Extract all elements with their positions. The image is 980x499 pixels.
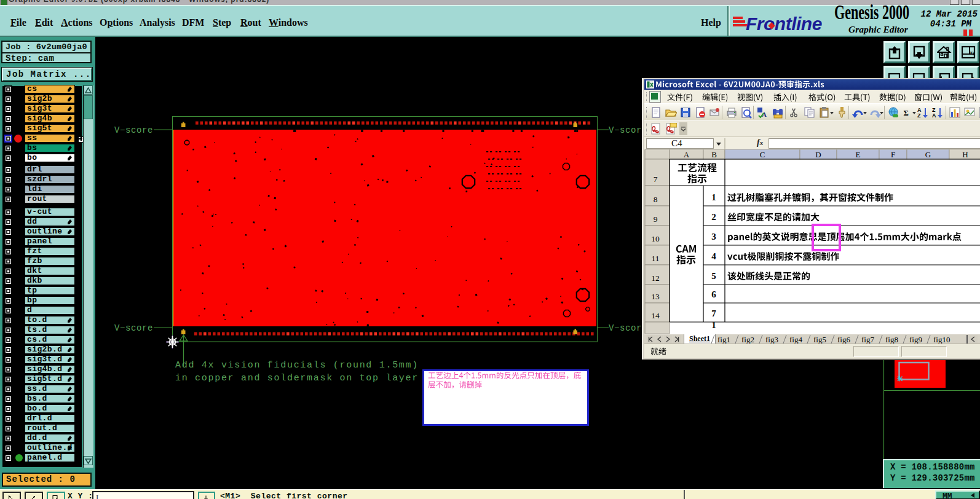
svg-text:3: 3 bbox=[711, 232, 716, 242]
svg-text:2: 2 bbox=[711, 212, 716, 222]
svg-text:12: 12 bbox=[651, 273, 660, 283]
svg-text:A: A bbox=[684, 150, 690, 159]
svg-text:C: C bbox=[760, 150, 765, 159]
svg-text:11: 11 bbox=[652, 254, 660, 263]
svg-text:Σ: Σ bbox=[903, 109, 908, 117]
svg-text:7: 7 bbox=[654, 175, 658, 184]
svg-text:7: 7 bbox=[711, 308, 716, 318]
svg-text:A: A bbox=[932, 112, 936, 119]
svg-text:6: 6 bbox=[711, 289, 716, 299]
svg-text:14: 14 bbox=[651, 311, 660, 320]
svg-text:10: 10 bbox=[651, 234, 660, 243]
svg-text:13: 13 bbox=[651, 292, 660, 301]
svg-text:B: B bbox=[711, 150, 717, 159]
svg-text:F: F bbox=[891, 150, 895, 159]
svg-text:E: E bbox=[856, 150, 861, 159]
svg-text:1: 1 bbox=[711, 320, 716, 330]
svg-text:1: 1 bbox=[711, 192, 716, 202]
svg-text:4: 4 bbox=[711, 251, 716, 261]
svg-text:H: H bbox=[962, 150, 968, 159]
svg-text:9: 9 bbox=[654, 214, 658, 224]
svg-text:Z: Z bbox=[917, 112, 921, 119]
svg-text:5: 5 bbox=[711, 271, 716, 281]
svg-text:8: 8 bbox=[654, 195, 658, 204]
svg-text:D: D bbox=[815, 150, 821, 159]
svg-text:G: G bbox=[925, 150, 931, 159]
